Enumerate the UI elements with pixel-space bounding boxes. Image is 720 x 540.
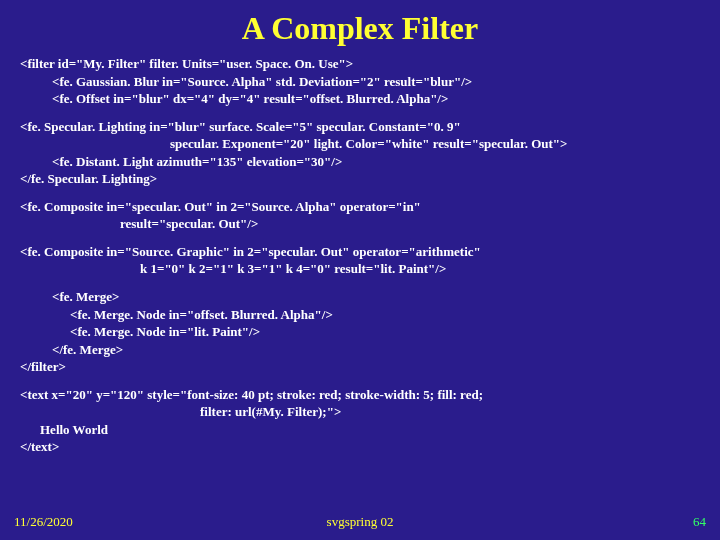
code-line: <filter id="My. Filter" filter. Units="u… xyxy=(20,55,700,73)
code-line: <text x="20" y="120" style="font-size: 4… xyxy=(20,386,700,404)
code-line: Hello World xyxy=(20,421,700,439)
footer-date: 11/26/2020 xyxy=(14,514,73,530)
code-block-5: <fe. Merge> <fe. Merge. Node in="offset.… xyxy=(20,288,700,376)
code-line: <fe. Specular. Lighting in="blur" surfac… xyxy=(20,118,700,136)
code-line: </fe. Specular. Lighting> xyxy=(20,170,700,188)
code-line: <fe. Merge. Node in="offset. Blurred. Al… xyxy=(20,306,700,324)
footer-center: svgspring 02 xyxy=(327,514,394,530)
code-line: filter: url(#My. Filter);"> xyxy=(20,403,700,421)
code-line: <fe. Offset in="blur" dx="4" dy="4" resu… xyxy=(20,90,700,108)
code-line: </text> xyxy=(20,438,700,456)
code-line: </filter> xyxy=(20,358,700,376)
slide-footer: 11/26/2020 svgspring 02 64 xyxy=(0,514,720,530)
code-block-6: <text x="20" y="120" style="font-size: 4… xyxy=(20,386,700,456)
code-line: <fe. Gaussian. Blur in="Source. Alpha" s… xyxy=(20,73,700,91)
code-line: <fe. Merge> xyxy=(20,288,700,306)
code-content: <filter id="My. Filter" filter. Units="u… xyxy=(0,55,720,456)
code-line: </fe. Merge> xyxy=(20,341,700,359)
code-line: <fe. Distant. Light azimuth="135" elevat… xyxy=(20,153,700,171)
code-line: k 1="0" k 2="1" k 3="1" k 4="0" result="… xyxy=(20,260,700,278)
code-block-4: <fe. Composite in="Source. Graphic" in 2… xyxy=(20,243,700,278)
code-line: <fe. Composite in="specular. Out" in 2="… xyxy=(20,198,700,216)
slide-title: A Complex Filter xyxy=(0,0,720,55)
code-line: <fe. Merge. Node in="lit. Paint"/> xyxy=(20,323,700,341)
code-block-2: <fe. Specular. Lighting in="blur" surfac… xyxy=(20,118,700,188)
code-line: <fe. Composite in="Source. Graphic" in 2… xyxy=(20,243,700,261)
code-line: result="specular. Out"/> xyxy=(20,215,700,233)
code-block-1: <filter id="My. Filter" filter. Units="u… xyxy=(20,55,700,108)
code-block-3: <fe. Composite in="specular. Out" in 2="… xyxy=(20,198,700,233)
footer-page-number: 64 xyxy=(693,514,706,530)
code-line: specular. Exponent="20" light. Color="wh… xyxy=(20,135,700,153)
